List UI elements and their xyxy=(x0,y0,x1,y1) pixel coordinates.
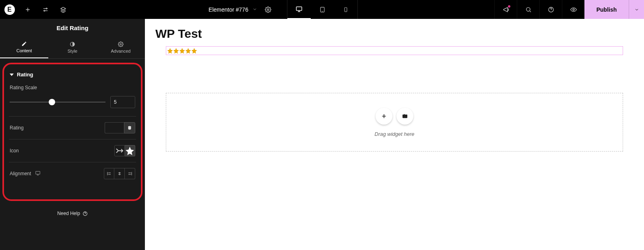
publish-button[interactable]: Publish xyxy=(584,0,629,19)
add-template-button[interactable] xyxy=(396,108,413,125)
tab-style-label: Style xyxy=(68,49,77,53)
rating-scale-slider[interactable] xyxy=(10,99,105,105)
star-icon xyxy=(185,48,191,54)
icon-label: Icon xyxy=(10,148,19,154)
tab-content-label: Content xyxy=(17,48,32,53)
star-icon xyxy=(167,48,173,54)
svg-point-11 xyxy=(120,43,122,45)
notification-dot-icon xyxy=(508,5,510,8)
rating-scale-value-input[interactable]: 5 xyxy=(110,96,135,108)
tab-advanced[interactable]: Advanced xyxy=(97,37,145,58)
panel-title: Edit Rating xyxy=(0,19,145,37)
drop-zone-text: Drag widget here xyxy=(375,131,415,137)
rating-scale-label: Rating Scale xyxy=(10,85,135,90)
tab-advanced-label: Advanced xyxy=(111,49,131,53)
align-right-button[interactable] xyxy=(125,168,135,179)
svg-point-2 xyxy=(267,9,269,10)
rating-controls-group: Rating Rating Scale 5 xyxy=(2,63,142,201)
icon-option-star[interactable] xyxy=(125,145,135,156)
svg-point-1 xyxy=(44,10,45,11)
svg-point-8 xyxy=(526,7,530,11)
rating-value-input[interactable] xyxy=(105,122,124,133)
responsive-desktop-icon[interactable] xyxy=(35,170,41,177)
preview-icon[interactable] xyxy=(562,0,584,19)
page-settings-gear-icon[interactable] xyxy=(261,0,275,19)
icon-option-none[interactable] xyxy=(114,145,125,156)
need-help-link[interactable]: Need Help xyxy=(0,201,145,226)
publish-options-chevron-icon[interactable] xyxy=(629,0,644,19)
add-widget-button[interactable] xyxy=(376,108,392,125)
caret-down-icon xyxy=(10,74,14,76)
device-desktop-button[interactable] xyxy=(287,0,311,19)
drop-zone[interactable]: Drag widget here xyxy=(166,93,623,152)
rating-dynamic-tag-button[interactable] xyxy=(124,122,135,133)
doc-title-chevron-icon[interactable] xyxy=(252,6,257,13)
elementor-logo[interactable]: E xyxy=(0,0,19,19)
layers-icon[interactable] xyxy=(54,0,72,19)
svg-point-0 xyxy=(46,8,47,9)
star-icon xyxy=(179,48,185,54)
section-rating-toggle[interactable]: Rating xyxy=(9,70,136,85)
align-left-button[interactable] xyxy=(104,168,114,179)
star-icon xyxy=(191,48,197,54)
align-center-button[interactable] xyxy=(114,168,125,179)
svg-rect-3 xyxy=(296,7,302,10)
page-heading: WP Test xyxy=(145,19,644,46)
device-mobile-button[interactable] xyxy=(334,0,357,19)
settings-sliders-icon[interactable] xyxy=(37,0,54,19)
document-title[interactable]: Elementor #776 xyxy=(208,6,248,13)
tab-style[interactable]: Style xyxy=(48,37,97,58)
rating-label: Rating xyxy=(10,125,24,131)
tab-content[interactable]: Content xyxy=(0,37,48,58)
star-icon xyxy=(173,48,179,54)
svg-rect-13 xyxy=(36,171,40,174)
device-tablet-button[interactable] xyxy=(311,0,334,19)
alignment-label: Alignment xyxy=(10,170,41,177)
help-icon[interactable] xyxy=(539,0,562,19)
svg-point-10 xyxy=(573,9,574,10)
rating-widget[interactable] xyxy=(166,46,623,55)
section-rating-title: Rating xyxy=(17,72,33,78)
announcements-icon[interactable] xyxy=(494,0,517,19)
search-icon[interactable] xyxy=(517,0,539,19)
add-button[interactable] xyxy=(19,0,37,19)
